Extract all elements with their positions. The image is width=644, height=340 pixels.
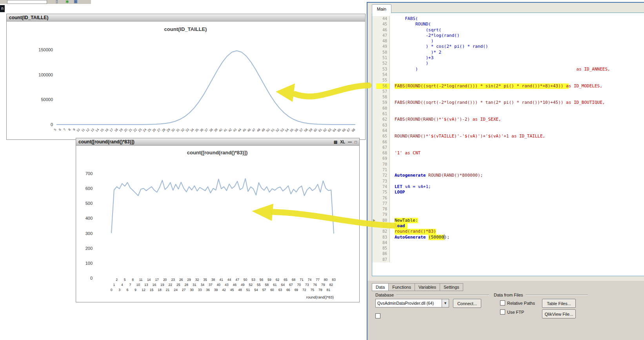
code-line[interactable]: 69	[372, 156, 644, 161]
code-line[interactable]: 60	[372, 106, 644, 111]
tab-main[interactable]: Main	[372, 4, 391, 13]
fast-type-change-icon[interactable]: ▤	[334, 140, 337, 144]
code-line[interactable]: 68'1' as CNT	[372, 150, 644, 156]
y-tick-label: 300	[86, 231, 93, 236]
code-line[interactable]: 80NewTable:	[372, 218, 644, 223]
code-line[interactable]: 59FABS(ROUND((sqrt(-2*log(rand())) * tan…	[372, 100, 644, 105]
code-line[interactable]: 55	[372, 78, 644, 83]
sheet-tab[interactable]: n	[0, 5, 5, 12]
code-line[interactable]: 73	[372, 179, 644, 184]
code-line[interactable]: 74LET vA = vA+1;	[372, 184, 644, 190]
use-ftp-checkbox[interactable]	[500, 309, 505, 315]
x-tick-label: 79	[321, 283, 325, 287]
chart-window-caption[interactable]: count([round(rand()*83)]) ▤ XL — □	[76, 138, 359, 146]
minimize-icon[interactable]: —	[348, 140, 352, 144]
code-line[interactable]: 46 (sqrt(	[372, 27, 644, 33]
y-tick-label: 700	[86, 171, 93, 176]
code-line[interactable]: 79	[372, 212, 644, 217]
x-tick-label: 28	[185, 283, 189, 287]
current-statement-marker-icon	[372, 218, 376, 223]
code-line[interactable]: 50 )* 2	[372, 50, 644, 55]
code-line[interactable]: 84	[372, 240, 644, 246]
x-tick-label: 49	[241, 283, 245, 287]
line-number: 58	[376, 94, 390, 100]
connect-button[interactable]: Connect...	[453, 299, 481, 308]
code-line[interactable]: 87	[372, 257, 644, 262]
tab-functions[interactable]: Functions	[388, 283, 415, 291]
code-line[interactable]: 49 ) * cos(2* pi() * rand()	[372, 44, 644, 49]
toolbar-search-input[interactable]	[7, 0, 47, 4]
code-line[interactable]: 45 ROUND(	[372, 22, 644, 27]
qlikview-file-button[interactable]: QlikView File...	[542, 309, 576, 318]
table-files-button[interactable]: Table Files...	[542, 299, 576, 308]
code-line[interactable]: 52 )	[372, 61, 644, 66]
code-line[interactable]: 65ROUND(RAND()*'$(vTAILLE)'-'$(vA)')+'$(…	[372, 134, 644, 139]
code-text: ROUND(	[390, 22, 644, 27]
code-line[interactable]: 82round(rand()*83)	[372, 229, 644, 234]
code-line[interactable]: 76	[372, 195, 644, 201]
code-line[interactable]: 78	[372, 206, 644, 212]
marker-column	[372, 257, 376, 262]
line-number: 63	[376, 123, 390, 128]
x-tick-label: 34	[201, 283, 205, 287]
code-text	[390, 167, 644, 173]
code-line[interactable]: 77	[372, 201, 644, 206]
code-line[interactable]: 71	[372, 167, 644, 173]
relative-paths-checkbox-row: Relative Paths	[500, 300, 535, 306]
line-number: 64	[376, 128, 390, 134]
code-line[interactable]: 58	[372, 94, 644, 100]
code-line[interactable]: 47 -2*log(rand()	[372, 33, 644, 38]
x-tick-label: 20	[163, 278, 167, 282]
marker-column	[372, 72, 376, 78]
code-line[interactable]: 86	[372, 251, 644, 257]
code-line[interactable]: 61	[372, 111, 644, 117]
code-line[interactable]: 72Autogenerate ROUND(RAND()*800000);	[372, 173, 644, 178]
marker-column	[372, 106, 376, 111]
code-line[interactable]: 66	[372, 139, 644, 145]
code-line[interactable]: 70	[372, 162, 644, 167]
xl-export-icon[interactable]: XL	[340, 140, 345, 144]
code-line[interactable]: 63	[372, 123, 644, 128]
chevron-down-icon[interactable]: ▼	[442, 299, 449, 307]
database-select[interactable]: QvsAdminDataProvider.dll (64) ▼	[375, 299, 449, 307]
tab-settings[interactable]: Settings	[440, 283, 463, 291]
x-tick-label: 69	[295, 288, 298, 292]
code-line[interactable]: 62FABS(ROUND(RAND()*'$(vA)')-2) as ID_SE…	[372, 117, 644, 122]
document-icon[interactable]: ▯	[56, 0, 58, 4]
line-number: 51	[376, 55, 390, 61]
green-asterisk-icon[interactable]: ∗	[65, 0, 69, 4]
marker-column	[372, 167, 376, 173]
script-code-area[interactable]: 44 FABS(45 ROUND(46 (sqrt(47 -2*log(rand…	[372, 13, 644, 276]
x-tick-label: 46	[233, 283, 237, 287]
window-icon[interactable]: ▣	[74, 0, 77, 4]
code-line[interactable]: 85	[372, 246, 644, 251]
code-line[interactable]: 81load	[372, 223, 644, 229]
relative-paths-checkbox[interactable]	[500, 300, 505, 306]
code-line[interactable]: 75LOOP	[372, 190, 644, 195]
marker-column	[372, 128, 376, 134]
unlabeled-checkbox[interactable]	[375, 313, 380, 318]
marker-column	[372, 50, 376, 55]
tab-data[interactable]: Data	[372, 283, 389, 291]
line-number: 75	[376, 190, 390, 195]
code-line[interactable]: 57	[372, 89, 644, 94]
bell-curve-chart[interactable]: count(ID_TAILLE)050000100000150000567891…	[7, 22, 364, 139]
data-line	[111, 179, 334, 233]
x-tick-label: 81	[327, 288, 331, 292]
code-line[interactable]: 44 FABS(	[372, 16, 644, 22]
code-line[interactable]: 67	[372, 145, 644, 150]
code-text	[390, 94, 644, 100]
flat-noise-chart[interactable]: count([round(rand()*83)])010020030040050…	[76, 146, 358, 302]
tab-variables[interactable]: Variables	[415, 283, 440, 291]
maximize-icon[interactable]: □	[355, 140, 357, 144]
code-line[interactable]: 83AutoGenerate (50000);	[372, 235, 644, 240]
code-line[interactable]: 64	[372, 128, 644, 134]
code-line[interactable]: 56FABS(ROUND((sqrt(-2*log(rand())) * sin…	[372, 83, 644, 89]
code-line[interactable]: 53 ) as ID_ANNEES,	[372, 67, 644, 72]
x-tick-label: 37	[209, 283, 213, 287]
code-line[interactable]: 51 )+3	[372, 55, 644, 61]
chart-window-caption[interactable]: count(ID_TAILLE)	[7, 14, 365, 22]
code-line[interactable]: 48 )	[372, 38, 644, 44]
code-text	[390, 257, 644, 262]
code-line[interactable]: 54	[372, 72, 644, 78]
